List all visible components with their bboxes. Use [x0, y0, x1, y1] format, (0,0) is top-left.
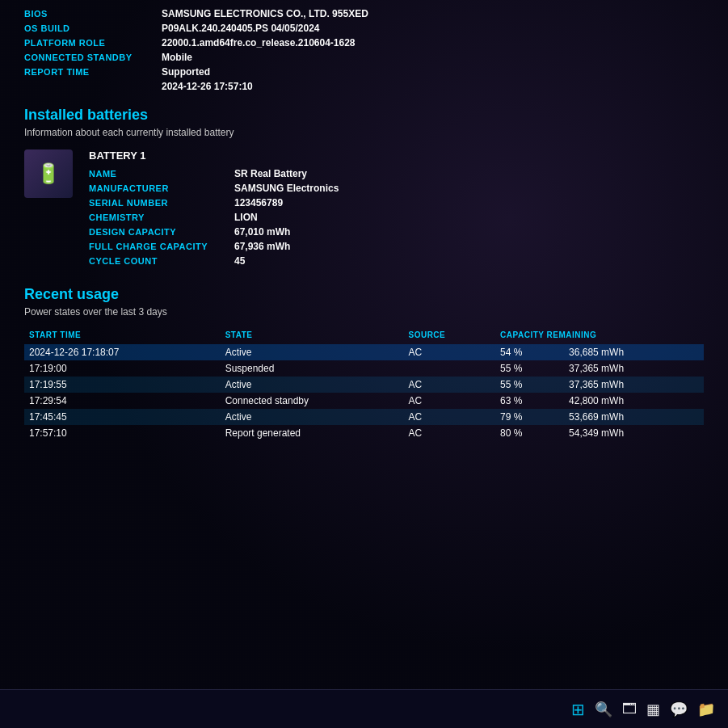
- col-state: STATE: [221, 329, 404, 344]
- report-time-row: 2024-12-26 17:57:10: [24, 81, 704, 92]
- system-info-section: BIOS SAMSUNG ELECTRONICS CO., LTD. 955XE…: [24, 8, 704, 92]
- cell-capacity-mwh: 37,365 mWh: [564, 360, 704, 377]
- battery-field-row: MANUFACTURERSAMSUNG Electronics: [89, 183, 704, 194]
- cell-capacity-mwh: 54,349 mWh: [564, 425, 704, 441]
- recent-usage-header: Recent usage: [24, 286, 704, 303]
- battery-field-value: SAMSUNG Electronics: [234, 183, 339, 194]
- report-time-value2: Supported: [162, 66, 210, 78]
- battery-field-value: 45: [234, 255, 245, 267]
- cell-start-time: 17:19:00: [24, 360, 221, 377]
- report-time-value: 2024-12-26 17:57:10: [162, 81, 253, 92]
- table-row: 17:57:10Report generatedAC80 %54,349 mWh: [24, 425, 704, 441]
- battery-field-row: FULL CHARGE CAPACITY67,936 mWh: [89, 241, 704, 252]
- cell-capacity-pct: 55 %: [495, 360, 564, 377]
- cell-capacity-pct: 63 %: [495, 393, 564, 409]
- battery-field-label: NAME: [89, 168, 234, 179]
- battery-icon: 🔋: [24, 149, 73, 198]
- cell-capacity-pct: 80 %: [495, 425, 564, 441]
- battery-info-container: 🔋 BATTERY 1 NAMESR Real BatteryMANUFACTU…: [24, 149, 704, 270]
- battery-field-label: CYCLE COUNT: [89, 255, 234, 266]
- battery-field-value: 67,010 mWh: [234, 226, 290, 238]
- battery-field-value: 123456789: [234, 197, 283, 208]
- cell-source: AC: [403, 425, 495, 441]
- cell-start-time: 17:45:45: [24, 409, 221, 425]
- cell-source: AC: [403, 344, 495, 360]
- battery-field-label: MANUFACTURER: [89, 183, 234, 193]
- cell-start-time: 17:19:55: [24, 377, 221, 393]
- cell-source: AC: [403, 377, 495, 393]
- bios-row: BIOS SAMSUNG ELECTRONICS CO., LTD. 955XE…: [24, 8, 704, 19]
- cell-start-time: 2024-12-26 17:18:07: [24, 344, 221, 360]
- col-capacity: CAPACITY REMAINING: [495, 329, 704, 344]
- batteries-header: Installed batteries: [24, 107, 704, 124]
- battery-field-value: LION: [234, 212, 258, 223]
- bios-value: SAMSUNG ELECTRONICS CO., LTD. 955XED: [162, 8, 368, 19]
- bios-label: BIOS: [24, 8, 162, 19]
- cell-capacity-pct: 55 %: [495, 377, 564, 393]
- battery-field-label: CHEMISTRY: [89, 212, 234, 222]
- recent-usage-section: Recent usage Power states over the last …: [24, 286, 704, 441]
- platform-role-value: 22000.1.amd64fre.co_release.210604-1628: [162, 37, 356, 48]
- report-time-label-spacer: [24, 81, 162, 82]
- usage-table-header-row: START TIME STATE SOURCE CAPACITY REMAINI…: [24, 329, 704, 344]
- battery-field-row: NAMESR Real Battery: [89, 168, 704, 179]
- table-row: 17:19:00Suspended55 %37,365 mWh: [24, 360, 704, 377]
- cell-source: AC: [403, 409, 495, 425]
- cell-state: Suspended: [221, 360, 404, 377]
- connected-standby-row: CONNECTED STANDBY Mobile: [24, 52, 704, 63]
- cell-source: AC: [403, 393, 495, 409]
- cell-capacity-mwh: 37,365 mWh: [564, 377, 704, 393]
- cell-state: Active: [221, 377, 404, 393]
- cell-state: Report generated: [221, 425, 404, 441]
- connected-standby-value: Mobile: [162, 52, 192, 63]
- col-source: SOURCE: [403, 329, 495, 344]
- platform-role-row: PLATFORM ROLE 22000.1.amd64fre.co_releas…: [24, 37, 704, 48]
- battery-field-row: DESIGN CAPACITY67,010 mWh: [89, 226, 704, 238]
- usage-table: START TIME STATE SOURCE CAPACITY REMAINI…: [24, 329, 704, 441]
- report-time-row-1: REPORT TIME Supported: [24, 66, 704, 78]
- cell-capacity-pct: 79 %: [495, 409, 564, 425]
- recent-usage-subtitle: Power states over the last 3 days: [24, 306, 704, 318]
- table-row: 17:45:45ActiveAC79 %53,669 mWh: [24, 409, 704, 425]
- battery-field-value: 67,936 mWh: [234, 241, 290, 252]
- battery-field-row: SERIAL NUMBER123456789: [89, 197, 704, 208]
- table-row: 17:19:55ActiveAC55 %37,365 mWh: [24, 377, 704, 393]
- cell-start-time: 17:57:10: [24, 425, 221, 441]
- cell-capacity-pct: 54 %: [495, 344, 564, 360]
- widgets-icon[interactable]: ▦: [646, 701, 660, 718]
- connected-standby-label: CONNECTED STANDBY: [24, 52, 162, 62]
- os-build-row: OS BUILD P09ALK.240.240405.PS 04/05/2024: [24, 23, 704, 34]
- col-start-time: START TIME: [24, 329, 221, 344]
- platform-role-label: PLATFORM ROLE: [24, 37, 162, 48]
- report-time-label: REPORT TIME: [24, 66, 162, 77]
- file-explorer-icon[interactable]: 📁: [697, 701, 715, 718]
- cell-capacity-mwh: 42,800 mWh: [564, 393, 704, 409]
- battery-field-label: FULL CHARGE CAPACITY: [89, 241, 234, 251]
- battery-field-value: SR Real Battery: [234, 168, 307, 179]
- search-icon[interactable]: 🔍: [595, 701, 612, 718]
- battery-title: BATTERY 1: [89, 149, 704, 162]
- batteries-section: Installed batteries Information about ea…: [24, 107, 704, 270]
- cell-capacity-mwh: 36,685 mWh: [564, 344, 704, 360]
- table-row: 2024-12-26 17:18:07ActiveAC54 %36,685 mW…: [24, 344, 704, 360]
- taskbar: ⊞ 🔍 🗔 ▦ 💬 📁: [0, 689, 728, 728]
- battery-field-row: CYCLE COUNT45: [89, 255, 704, 267]
- battery-field-row: CHEMISTRYLION: [89, 212, 704, 223]
- start-button-icon[interactable]: ⊞: [571, 700, 585, 719]
- batteries-subtitle: Information about each currently install…: [24, 127, 704, 138]
- os-build-label: OS BUILD: [24, 23, 162, 33]
- os-build-value: P09ALK.240.240405.PS 04/05/2024: [162, 23, 319, 34]
- cell-state: Active: [221, 409, 404, 425]
- battery-field-label: DESIGN CAPACITY: [89, 226, 234, 237]
- cell-source: [403, 360, 495, 377]
- battery-field-label: SERIAL NUMBER: [89, 197, 234, 208]
- cell-state: Connected standby: [221, 393, 404, 409]
- cell-state: Active: [221, 344, 404, 360]
- battery-details: BATTERY 1 NAMESR Real BatteryMANUFACTURE…: [89, 149, 704, 270]
- cell-start-time: 17:29:54: [24, 393, 221, 409]
- table-row: 17:29:54Connected standbyAC63 %42,800 mW…: [24, 393, 704, 409]
- task-view-icon[interactable]: 🗔: [622, 701, 637, 717]
- cell-capacity-mwh: 53,669 mWh: [564, 409, 704, 425]
- chat-icon[interactable]: 💬: [670, 701, 688, 718]
